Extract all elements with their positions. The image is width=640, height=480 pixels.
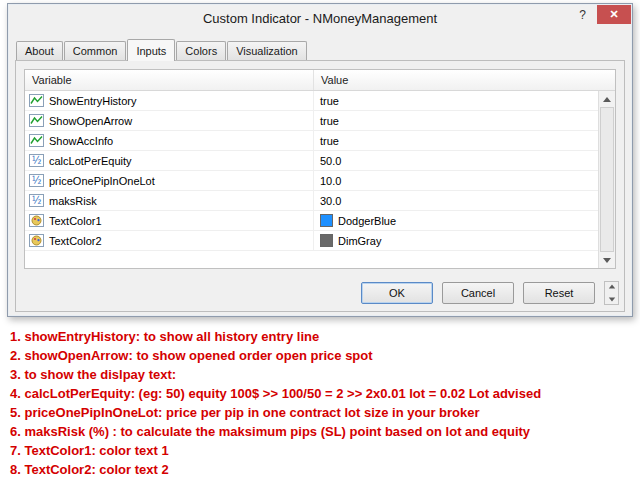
value-cell[interactable]: true <box>314 131 598 150</box>
value-text: DimGray <box>338 235 381 247</box>
chart-icon <box>29 114 44 127</box>
variable-name: calcLotPerEquity <box>49 155 132 167</box>
variable-name: ShowOpenArrow <box>49 115 132 127</box>
parameters-list: Variable Value ShowEntryHistory true <box>24 69 616 269</box>
note-line-4: 4. calcLotPerEquity: (eg: 50) equity 100… <box>10 384 541 403</box>
value-text: true <box>320 135 339 147</box>
param-row-showentryhistory[interactable]: ShowEntryHistory true <box>25 91 598 111</box>
value-text: 50.0 <box>320 155 341 167</box>
tab-common[interactable]: Common <box>64 41 127 60</box>
titlebar[interactable]: Custom Indicator - NMoneyManagement ? ✕ <box>8 4 632 30</box>
tab-visualization[interactable]: Visualization <box>227 41 307 60</box>
param-row-textcolor1[interactable]: TextColor1 DodgerBlue <box>25 211 598 231</box>
color-swatch <box>320 214 333 227</box>
value-cell[interactable]: DodgerBlue <box>314 211 598 230</box>
rows-container: ShowEntryHistory true ShowOpenArrow true <box>25 91 598 268</box>
palette-icon <box>29 234 44 247</box>
scroll-up-icon <box>603 97 611 102</box>
column-header-variable[interactable]: Variable <box>25 70 314 90</box>
cancel-button[interactable]: Cancel <box>442 282 514 304</box>
help-button[interactable]: ? <box>568 5 597 24</box>
note-line-6: 6. maksRisk (%) : to calculate the maksi… <box>10 422 541 441</box>
variable-name: ShowAccInfo <box>49 135 113 147</box>
close-icon: ✕ <box>609 8 618 21</box>
value-text: 30.0 <box>320 195 341 207</box>
dialog-title: Custom Indicator - NMoneyManagement <box>8 9 632 26</box>
variable-cell: TextColor2 <box>25 231 314 250</box>
variable-cell: ShowEntryHistory <box>25 91 314 110</box>
scroll-up-button[interactable] <box>599 91 615 107</box>
list-scrollbar[interactable] <box>598 91 615 268</box>
svg-text:½: ½ <box>32 195 42 206</box>
param-row-calclotperequity[interactable]: ½ calcLotPerEquity 50.0 <box>25 151 598 171</box>
value-cell[interactable]: 30.0 <box>314 191 598 210</box>
value-cell[interactable]: 10.0 <box>314 171 598 190</box>
value-text: true <box>320 95 339 107</box>
svg-text:½: ½ <box>32 155 42 166</box>
param-row-priceonepipinonelot[interactable]: ½ priceOnePipInOneLot 10.0 <box>25 171 598 191</box>
note-line-3: 3. to show the dislpay text: <box>10 365 541 384</box>
list-header: Variable Value <box>25 70 615 91</box>
param-row-maksrisk[interactable]: ½ maksRisk 30.0 <box>25 191 598 211</box>
inputs-tab-page: Variable Value ShowEntryHistory true <box>15 60 625 312</box>
chart-icon <box>29 94 44 107</box>
page-scroll-up-icon <box>608 285 614 289</box>
number-icon: ½ <box>29 174 44 187</box>
variable-cell: ShowAccInfo <box>25 131 314 150</box>
column-header-spacer <box>598 70 615 90</box>
page-scrollbar[interactable] <box>604 281 619 305</box>
column-header-value[interactable]: Value <box>314 70 598 90</box>
chart-icon <box>29 134 44 147</box>
value-cell[interactable]: true <box>314 111 598 130</box>
note-line-2: 2. showOpenArrow: to show opened order o… <box>10 346 541 365</box>
palette-icon <box>29 214 44 227</box>
variable-name: maksRisk <box>49 195 97 207</box>
value-text: true <box>320 115 339 127</box>
value-text: 10.0 <box>320 175 341 187</box>
param-row-showaccinfo[interactable]: ShowAccInfo true <box>25 131 598 151</box>
tab-bar: About Common Inputs Colors Visualization <box>8 39 632 60</box>
variable-cell: ½ priceOnePipInOneLot <box>25 171 314 190</box>
dialog-buttons: OK Cancel Reset <box>361 281 619 305</box>
variable-name: ShowEntryHistory <box>49 95 136 107</box>
note-line-7: 7. TextColor1: color text 1 <box>10 441 541 460</box>
scroll-down-icon <box>603 258 611 263</box>
ok-button[interactable]: OK <box>361 282 433 304</box>
variable-cell: ShowOpenArrow <box>25 111 314 130</box>
tab-about[interactable]: About <box>16 41 63 60</box>
note-line-1: 1. showEntryHistory: to show all history… <box>10 327 541 346</box>
number-icon: ½ <box>29 194 44 207</box>
custom-indicator-dialog: Custom Indicator - NMoneyManagement ? ✕ … <box>7 3 633 317</box>
titlebar-buttons: ? ✕ <box>568 5 631 24</box>
svg-text:½: ½ <box>32 175 42 186</box>
scroll-down-button[interactable] <box>599 252 615 268</box>
variable-cell: ½ maksRisk <box>25 191 314 210</box>
value-text: DodgerBlue <box>338 215 396 227</box>
value-cell[interactable]: DimGray <box>314 231 598 250</box>
variable-cell: TextColor1 <box>25 211 314 230</box>
variable-name: TextColor2 <box>49 235 102 247</box>
note-line-5: 5. priceOnePipInOneLot: price per pip in… <box>10 403 541 422</box>
reset-button[interactable]: Reset <box>523 282 595 304</box>
page-scroll-down-icon <box>608 298 614 302</box>
variable-name: TextColor1 <box>49 215 102 227</box>
tab-colors[interactable]: Colors <box>176 41 226 60</box>
scroll-thumb[interactable] <box>600 107 614 252</box>
value-cell[interactable]: 50.0 <box>314 151 598 170</box>
note-line-8: 8. TextColor2: color text 2 <box>10 460 541 479</box>
color-swatch <box>320 234 333 247</box>
param-row-showopenarrow[interactable]: ShowOpenArrow true <box>25 111 598 131</box>
notes: 1. showEntryHistory: to show all history… <box>10 327 541 479</box>
value-cell[interactable]: true <box>314 91 598 110</box>
close-button[interactable]: ✕ <box>597 5 631 24</box>
variable-name: priceOnePipInOneLot <box>49 175 155 187</box>
tab-inputs[interactable]: Inputs <box>127 39 175 61</box>
number-icon: ½ <box>29 154 44 167</box>
variable-cell: ½ calcLotPerEquity <box>25 151 314 170</box>
param-row-textcolor2[interactable]: TextColor2 DimGray <box>25 231 598 251</box>
list-body: ShowEntryHistory true ShowOpenArrow true <box>25 91 615 268</box>
